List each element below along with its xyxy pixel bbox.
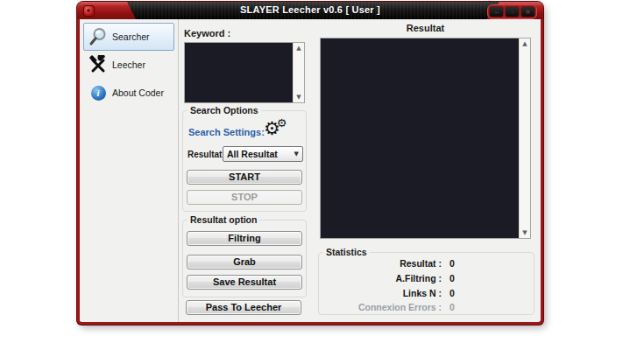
- sidebar-item-leecher[interactable]: Leecher: [83, 51, 174, 79]
- grab-button[interactable]: Grab: [187, 255, 302, 270]
- close-icon: ✕: [526, 9, 531, 15]
- window-controls: – ▫ ✕: [487, 4, 537, 19]
- scroll-up-icon[interactable]: ▲: [294, 44, 304, 52]
- stat-value: 0: [449, 258, 455, 270]
- stat-value: 0: [449, 302, 455, 314]
- stat-row-links: Links N : 0: [319, 288, 534, 300]
- keyword-scrollbar[interactable]: ▲ ▼: [293, 43, 304, 102]
- sidebar-item-searcher[interactable]: Searcher: [83, 23, 174, 51]
- minimize-icon: –: [495, 9, 499, 15]
- statistics-group: Statistics Resultat : 0 A.Filtring : 0 L…: [318, 252, 534, 315]
- scroll-down-icon[interactable]: ▼: [520, 228, 530, 237]
- close-button[interactable]: ✕: [520, 6, 535, 18]
- window-title: SLAYER Leecher v0.6 [ User ]: [77, 4, 543, 15]
- app-window: SLAYER Leecher v0.6 [ User ] – ▫ ✕ Searc…: [77, 2, 543, 325]
- sidebar: Searcher Leecher i About Coder: [80, 19, 179, 322]
- keyword-input[interactable]: ▲ ▼: [184, 42, 305, 103]
- resultat-scrollbar[interactable]: ▲ ▼: [519, 38, 530, 238]
- maximize-button[interactable]: ▫: [505, 6, 520, 18]
- filtring-button[interactable]: Filtring: [187, 231, 302, 246]
- search-options-group: Search Options Search Settings: ⚙⚙ Resul…: [182, 110, 307, 212]
- maximize-icon: ▫: [511, 9, 513, 15]
- resultat-of-last-select[interactable]: All Resultat ▼: [223, 146, 303, 162]
- stat-label: A.Filtring :: [319, 273, 442, 285]
- resultat-option-group: Resultat option Filtring Grab Save Resul…: [182, 220, 307, 298]
- search-settings-link[interactable]: Search Settings:: [188, 127, 265, 137]
- sidebar-item-label: Searcher: [112, 32, 150, 42]
- tools-icon: [84, 55, 112, 74]
- titlebar[interactable]: SLAYER Leecher v0.6 [ User ] – ▫ ✕: [77, 2, 543, 19]
- resultat-output[interactable]: ▲ ▼: [320, 38, 531, 239]
- stat-value: 0: [449, 273, 455, 285]
- keyword-label: Keyword :: [184, 28, 230, 38]
- chevron-down-icon: ▼: [294, 151, 299, 158]
- scroll-down-icon[interactable]: ▼: [294, 93, 304, 102]
- client-area: Searcher Leecher i About Coder: [80, 19, 541, 322]
- info-icon: i: [84, 86, 112, 101]
- sidebar-item-about-coder[interactable]: i About Coder: [83, 79, 174, 107]
- start-button[interactable]: START: [187, 170, 302, 185]
- pass-to-leecher-button[interactable]: Pass To Leecher: [186, 300, 301, 315]
- save-resultat-button[interactable]: Save Resultat: [187, 275, 302, 290]
- stat-label: Resultat :: [319, 258, 442, 270]
- stat-row-resultat: Resultat : 0: [319, 258, 534, 270]
- stat-label: Links N :: [319, 288, 442, 300]
- magnifier-icon: [84, 26, 112, 47]
- resultat-title: Resultat: [320, 23, 531, 33]
- scroll-up-icon[interactable]: ▲: [520, 39, 530, 48]
- minimize-button[interactable]: –: [489, 6, 504, 18]
- gears-icon[interactable]: ⚙⚙: [264, 120, 290, 138]
- stat-label: Connexion Errors :: [319, 302, 442, 314]
- search-options-group-title: Search Options: [188, 105, 261, 116]
- stat-value: 0: [449, 288, 455, 300]
- sidebar-item-label: About Coder: [112, 88, 164, 98]
- stat-row-afiltring: A.Filtring : 0: [319, 273, 534, 285]
- stop-button[interactable]: STOP: [187, 190, 302, 205]
- resultat-of-last-value: All Resultat: [227, 149, 278, 159]
- resultat-option-group-title: Resultat option: [188, 214, 259, 225]
- stat-row-connexion-errors: Connexion Errors : 0: [319, 302, 534, 314]
- sidebar-item-label: Leecher: [112, 60, 145, 70]
- statistics-group-title: Statistics: [323, 247, 370, 257]
